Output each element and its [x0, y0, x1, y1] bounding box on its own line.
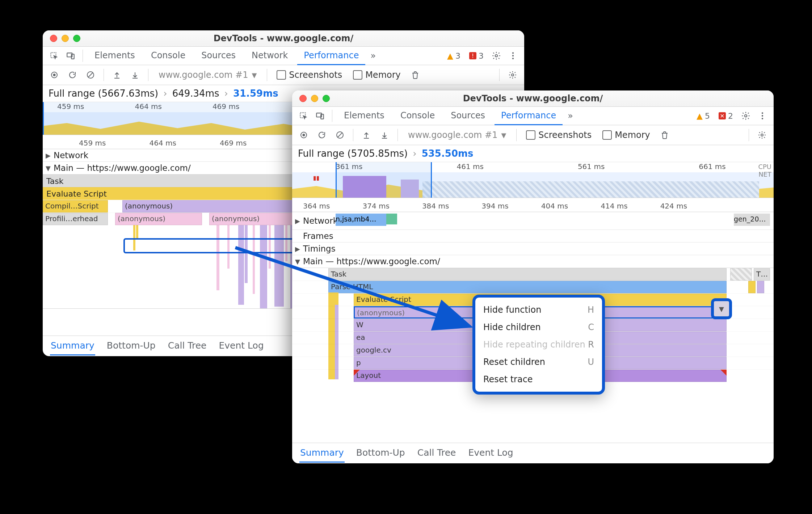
entry-dropdown-icon[interactable]: ▼ [711, 298, 732, 319]
btab-summary[interactable]: Summary [50, 337, 95, 355]
profile-selector[interactable]: www.google.com #1 ▼ [154, 68, 261, 81]
network-chip-gen[interactable]: gen_20… [734, 214, 770, 226]
minimize-icon[interactable] [311, 95, 318, 102]
range-full[interactable]: Full range (5705.85ms) [298, 148, 408, 159]
gc-icon[interactable] [408, 68, 422, 82]
gc-icon[interactable] [657, 128, 672, 142]
btab-eventlog[interactable]: Event Log [218, 337, 264, 355]
upload-icon[interactable] [110, 68, 124, 82]
tab-sources[interactable]: Sources [444, 107, 492, 125]
window-title: DevTools - www.google.com/ [214, 33, 354, 43]
flame-row-task[interactable]: Task T… [292, 268, 774, 281]
overflow-icon[interactable]: » [368, 51, 376, 61]
error-badge[interactable]: ✕2 [716, 111, 736, 121]
perf-toolbar: www.google.com #1 ▼ Screenshots Memory [292, 125, 774, 145]
ctx-hide-function[interactable]: Hide functionH [475, 301, 602, 319]
track-timings[interactable]: ▶Timings [292, 243, 774, 255]
tab-performance[interactable]: Performance [297, 47, 365, 65]
traffic-lights [43, 35, 80, 42]
range-full[interactable]: Full range (5667.63ms) [49, 88, 158, 99]
error-badge[interactable]: !3 [466, 51, 487, 60]
btab-calltree[interactable]: Call Tree [167, 337, 207, 355]
tab-console[interactable]: Console [144, 47, 192, 65]
device-toggle-icon[interactable] [313, 109, 327, 123]
track-network[interactable]: ▶Network n,jsa,mb4… gen_20… [292, 212, 774, 230]
gear-icon[interactable] [739, 109, 753, 123]
ctx-hide-repeating: Hide repeating childrenR [475, 336, 602, 353]
tab-performance[interactable]: Performance [495, 107, 563, 125]
record-icon[interactable] [47, 68, 62, 82]
panel-tabs: Elements Console Sources Performance » ▲… [292, 107, 774, 125]
btab-bottomup[interactable]: Bottom-Up [106, 337, 156, 355]
range-current[interactable]: 31.59ms [233, 88, 278, 99]
record-icon[interactable] [296, 128, 311, 142]
network-chip-green[interactable] [386, 214, 397, 224]
inspect-icon[interactable] [47, 49, 61, 63]
device-toggle-icon[interactable] [64, 49, 77, 63]
warning-badge[interactable]: ▲3 [444, 51, 463, 60]
svg-point-5 [512, 55, 514, 56]
reload-icon[interactable] [65, 68, 80, 82]
screenshots-checkbox[interactable]: Screenshots [522, 130, 595, 140]
ctx-hide-children[interactable]: Hide childrenC [475, 319, 602, 336]
perf-gear-icon[interactable] [755, 128, 769, 142]
ctx-reset-children[interactable]: Reset childrenU [475, 353, 602, 371]
overflow-icon[interactable]: » [565, 111, 574, 121]
zoom-icon[interactable] [323, 95, 330, 102]
breadcrumb: Full range (5705.85ms) › 535.50ms [292, 145, 774, 162]
svg-point-21 [761, 134, 763, 136]
kebab-icon[interactable] [506, 49, 520, 63]
svg-point-15 [762, 112, 763, 114]
svg-point-6 [512, 58, 514, 59]
track-main[interactable]: ▼Main — https://www.google.com/ [292, 255, 774, 268]
download-icon[interactable] [128, 68, 142, 82]
btab-summary[interactable]: Summary [299, 444, 345, 463]
download-icon[interactable] [377, 128, 392, 142]
tab-elements[interactable]: Elements [88, 47, 142, 65]
tab-console[interactable]: Console [394, 107, 441, 125]
svg-point-19 [303, 134, 305, 136]
perf-gear-icon[interactable] [505, 68, 520, 82]
btab-calltree[interactable]: Call Tree [417, 444, 457, 463]
inspect-icon[interactable] [296, 109, 310, 123]
ruler: 364 ms 374 ms 384 ms 394 ms 404 ms 414 m… [292, 198, 774, 212]
tab-sources[interactable]: Sources [195, 47, 242, 65]
close-icon[interactable] [50, 35, 57, 42]
overview-minimap[interactable]: 361 ms 461 ms 561 ms 661 ms 761 ms ▮▮ CP… [292, 162, 774, 198]
panel-tabs: Elements Console Sources Network Perform… [43, 47, 524, 65]
reload-icon[interactable] [315, 128, 329, 142]
clear-icon[interactable] [333, 128, 347, 142]
profile-selector[interactable]: www.google.com #1 ▼ [404, 128, 510, 142]
zoom-icon[interactable] [73, 35, 80, 42]
svg-point-16 [762, 115, 763, 117]
kebab-icon[interactable] [756, 109, 769, 123]
btab-eventlog[interactable]: Event Log [467, 444, 514, 463]
perf-toolbar: www.google.com #1 ▼ Screenshots Memory [43, 65, 524, 85]
gear-icon[interactable] [489, 49, 503, 63]
svg-point-14 [745, 115, 747, 117]
flame-row-parse[interactable]: Parse HTML [292, 281, 774, 293]
minimize-icon[interactable] [62, 35, 69, 42]
tab-network[interactable]: Network [245, 47, 294, 65]
memory-checkbox[interactable]: Memory [599, 130, 654, 140]
memory-checkbox[interactable]: Memory [349, 70, 404, 80]
svg-point-8 [53, 74, 56, 76]
window-title: DevTools - www.google.com/ [463, 93, 603, 104]
close-icon[interactable] [299, 95, 307, 102]
cpu-label: CPU [758, 163, 771, 170]
devtools-window-front: DevTools - www.google.com/ Elements Cons… [292, 90, 774, 463]
warning-badge[interactable]: ▲5 [694, 111, 713, 121]
screenshots-checkbox[interactable]: Screenshots [273, 70, 346, 80]
clear-icon[interactable] [83, 68, 98, 82]
range-mid[interactable]: 649.34ms [172, 88, 219, 99]
traffic-lights [292, 95, 330, 102]
network-chip[interactable]: n,jsa,mb4… [336, 214, 386, 226]
tab-elements[interactable]: Elements [337, 107, 391, 125]
chevron-down-icon: ▼ [252, 71, 257, 79]
btab-bottomup[interactable]: Bottom-Up [355, 444, 406, 463]
ctx-reset-trace[interactable]: Reset trace [475, 371, 602, 388]
range-current[interactable]: 535.50ms [422, 148, 474, 159]
track-frames[interactable]: Frames [292, 230, 774, 243]
upload-icon[interactable] [359, 128, 374, 142]
net-label: NET [758, 170, 771, 178]
